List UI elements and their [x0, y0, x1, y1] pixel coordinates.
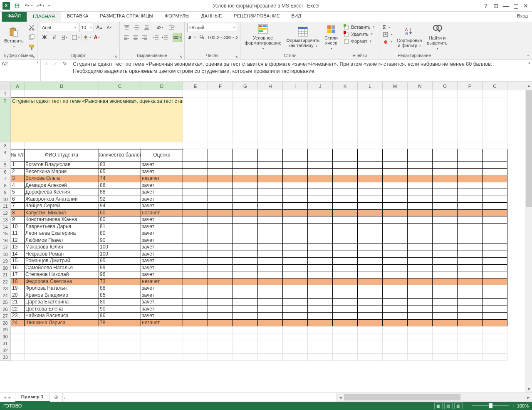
cell[interactable]: [408, 313, 433, 320]
cell[interactable]: [283, 258, 308, 265]
cell[interactable]: [283, 142, 308, 149]
table-cell[interactable]: 94: [99, 203, 141, 210]
cell[interactable]: [283, 251, 308, 258]
cell[interactable]: [233, 149, 258, 162]
cell[interactable]: [233, 162, 258, 169]
fill-icon[interactable]: ▾: [382, 31, 393, 38]
cell[interactable]: [408, 224, 433, 231]
font-dialog-icon[interactable]: ⬊: [114, 55, 118, 59]
cell[interactable]: [333, 285, 358, 292]
cell[interactable]: [258, 149, 283, 162]
table-cell[interactable]: Любимов Павел: [25, 237, 99, 244]
table-cell[interactable]: Константинова Жанна: [25, 216, 99, 224]
cell[interactable]: [433, 326, 458, 333]
cell[interactable]: [333, 210, 358, 217]
cell[interactable]: [208, 216, 233, 224]
table-cell[interactable]: зачет: [141, 265, 183, 272]
cell[interactable]: [433, 265, 458, 272]
bold-icon[interactable]: Ж: [40, 33, 49, 42]
cell[interactable]: [383, 292, 408, 299]
col-header[interactable]: C: [483, 82, 507, 90]
paste-button[interactable]: Вставить▾: [2, 23, 25, 52]
row-header[interactable]: 32: [0, 347, 11, 354]
col-header[interactable]: J: [308, 82, 333, 90]
cell[interactable]: [141, 347, 183, 354]
cell[interactable]: [233, 224, 258, 231]
cell[interactable]: [258, 354, 283, 361]
cell[interactable]: [11, 142, 25, 149]
row-header[interactable]: 33: [0, 354, 11, 361]
cell[interactable]: [408, 162, 433, 169]
cell[interactable]: [333, 97, 358, 142]
cell[interactable]: [408, 285, 433, 292]
cell[interactable]: [458, 320, 483, 327]
cell[interactable]: [408, 278, 433, 286]
cell[interactable]: [383, 182, 408, 189]
cell[interactable]: [433, 340, 458, 347]
cell[interactable]: [383, 326, 408, 333]
table-cell[interactable]: 100: [99, 244, 141, 251]
cell[interactable]: [358, 271, 383, 278]
table-cell[interactable]: 20: [11, 292, 25, 299]
col-header[interactable]: C: [99, 82, 141, 90]
cell[interactable]: [333, 258, 358, 265]
row-header[interactable]: 28: [0, 320, 11, 327]
scroll-right-icon[interactable]: ►: [525, 395, 532, 400]
scroll-down-icon[interactable]: ▼: [525, 385, 532, 393]
zoom-slider[interactable]: [472, 405, 509, 406]
font-name-select[interactable]: Arial▾: [40, 23, 78, 32]
cell[interactable]: [433, 224, 458, 231]
merge-center-icon[interactable]: ▾: [173, 33, 182, 42]
cell[interactable]: [233, 230, 258, 237]
cell[interactable]: [283, 313, 308, 320]
cell[interactable]: [333, 237, 358, 244]
table-cell[interactable]: Степанов Николай: [25, 271, 99, 278]
cell[interactable]: [183, 251, 208, 258]
row-header[interactable]: 17: [0, 244, 11, 251]
cell[interactable]: [308, 196, 333, 203]
tab-file[interactable]: ФАЙЛ: [2, 12, 27, 22]
table-cell[interactable]: 88: [99, 285, 141, 292]
align-center-icon[interactable]: [131, 33, 140, 42]
cell[interactable]: [433, 271, 458, 278]
cell[interactable]: [308, 326, 333, 333]
cell[interactable]: [208, 313, 233, 320]
border-icon[interactable]: ▾: [71, 33, 80, 42]
cell[interactable]: [383, 265, 408, 272]
cell[interactable]: [433, 196, 458, 203]
cell[interactable]: [458, 230, 483, 237]
cell[interactable]: [283, 224, 308, 231]
cell[interactable]: [258, 251, 283, 258]
cell[interactable]: [483, 285, 507, 292]
vertical-scrollbar[interactable]: ▲ ▼: [525, 82, 532, 393]
cell[interactable]: [483, 340, 507, 347]
row-header[interactable]: 7: [0, 175, 11, 182]
table-cell[interactable]: 78: [99, 320, 141, 327]
cell[interactable]: [383, 196, 408, 203]
cell[interactable]: [233, 340, 258, 347]
cell[interactable]: [208, 230, 233, 237]
cell[interactable]: [383, 306, 408, 313]
cell[interactable]: [283, 326, 308, 333]
cell[interactable]: [383, 354, 408, 361]
cell[interactable]: [383, 340, 408, 347]
cell[interactable]: [233, 142, 258, 149]
table-cell[interactable]: незачет: [141, 320, 183, 327]
cell[interactable]: [11, 347, 25, 354]
cell[interactable]: [141, 340, 183, 347]
row-header[interactable]: 31: [0, 340, 11, 347]
cell[interactable]: [183, 299, 208, 306]
delete-cells-button[interactable]: Удалить ▾: [343, 31, 376, 37]
cell[interactable]: [208, 285, 233, 292]
cell[interactable]: [408, 299, 433, 306]
cell[interactable]: [383, 285, 408, 292]
cell[interactable]: [308, 224, 333, 231]
cell[interactable]: [333, 216, 358, 224]
cell[interactable]: [183, 292, 208, 299]
cell[interactable]: [333, 299, 358, 306]
cell[interactable]: [308, 244, 333, 251]
table-cell[interactable]: 12: [11, 237, 25, 244]
cell[interactable]: [358, 340, 383, 347]
copy-icon[interactable]: [27, 33, 36, 42]
cell[interactable]: [383, 216, 408, 224]
